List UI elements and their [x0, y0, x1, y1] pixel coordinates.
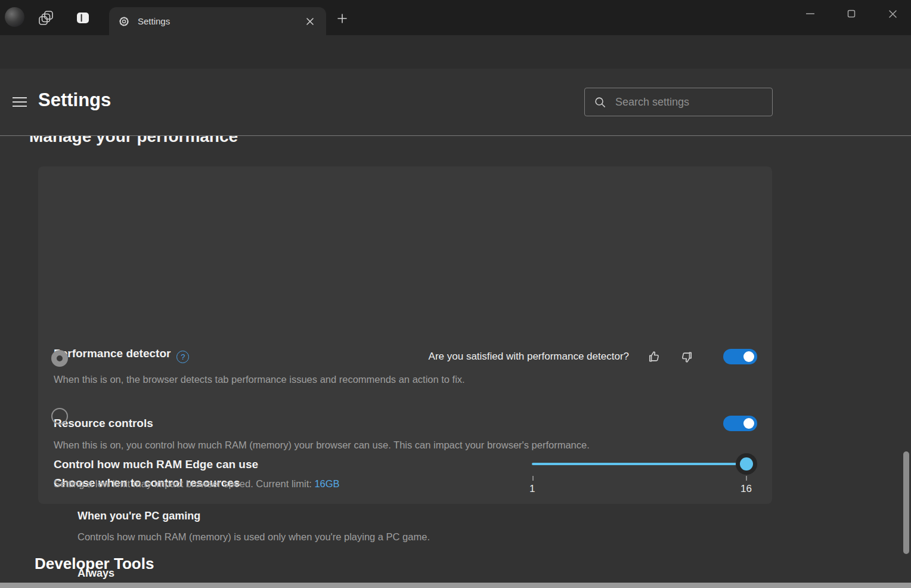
maximize-button[interactable]: [838, 4, 864, 24]
developer-tools-title: Developer Tools: [35, 555, 154, 573]
tab-actions-button[interactable]: [73, 8, 93, 27]
minimize-icon: [806, 10, 814, 18]
window-close-button[interactable]: [879, 4, 906, 24]
menu-button[interactable]: [9, 93, 30, 111]
close-icon: [888, 10, 897, 18]
slider-max-label: 16: [740, 483, 752, 495]
plus-icon: [337, 13, 348, 24]
performance-settings-card: Performance detector? Are you satisfied …: [38, 166, 772, 504]
ram-limit-description: Setting a low limit may impact browser s…: [54, 478, 340, 490]
feedback-row: Are you satisfied with performance detec…: [429, 347, 757, 366]
split-window-icon: [75, 10, 91, 26]
workspaces-icon: [38, 10, 54, 26]
thumbs-up-icon: [647, 349, 662, 364]
ram-slider[interactable]: 1 16: [527, 457, 761, 499]
slider-track[interactable]: [532, 463, 756, 465]
slider-tick-max: [746, 476, 747, 481]
ram-limit-title: Control how much RAM Edge can use: [54, 458, 258, 471]
ram-limit-description-text: Setting a low limit may impact browser s…: [54, 478, 314, 489]
performance-detector-title: Performance detector?: [54, 347, 189, 363]
feedback-question: Are you satisfied with performance detec…: [429, 351, 629, 363]
help-icon[interactable]: ?: [176, 351, 189, 363]
performance-detector-description: When this is on, the browser detects tab…: [54, 374, 465, 385]
radio-pc-gaming-label[interactable]: When you're PC gaming: [78, 510, 200, 522]
maximize-icon: [847, 10, 856, 18]
close-icon: [306, 17, 314, 26]
profile-avatar[interactable]: [5, 7, 24, 27]
slider-min-label: 1: [529, 483, 535, 495]
settings-gear-icon: [117, 15, 131, 28]
browser-window: Settings: [0, 0, 911, 588]
new-tab-button[interactable]: [333, 10, 352, 27]
thumbs-up-button[interactable]: [644, 347, 664, 366]
tab-title: Settings: [138, 16, 302, 26]
tab-settings[interactable]: Settings: [109, 7, 326, 35]
navigation-toolbar: Edge edge://settings>: [0, 35, 911, 69]
vertical-scrollbar-thumb[interactable]: [903, 451, 909, 554]
workspaces-button[interactable]: [36, 8, 56, 27]
thumbs-down-button[interactable]: [677, 347, 696, 366]
slider-tick-min: [532, 476, 534, 481]
resource-controls-description: When this is on, you control how much RA…: [54, 440, 590, 451]
performance-detector-label: Performance detector: [54, 347, 171, 360]
radio-always[interactable]: [51, 408, 68, 425]
performance-detector-toggle[interactable]: [723, 349, 757, 364]
tab-close-button[interactable]: [302, 14, 318, 29]
resource-controls-toggle[interactable]: [723, 416, 757, 431]
slider-thumb[interactable]: [740, 457, 753, 471]
thumbs-down-icon: [679, 349, 694, 364]
search-input[interactable]: [615, 96, 764, 109]
minimize-button[interactable]: [797, 4, 823, 24]
current-limit-link[interactable]: 16GB: [314, 478, 339, 489]
horizontal-scrollbar[interactable]: [0, 583, 911, 588]
page-title: Settings: [38, 89, 111, 111]
search-settings-box[interactable]: [584, 88, 773, 116]
settings-header: [0, 69, 911, 136]
radio-pc-gaming-description: Controls how much RAM (memory) is used o…: [78, 531, 430, 543]
toggle-knob: [743, 418, 754, 429]
radio-pc-gaming[interactable]: [51, 350, 68, 367]
toggle-knob: [743, 351, 754, 362]
resource-controls-title: Resource controls: [54, 417, 153, 430]
title-bar: Settings: [0, 0, 911, 35]
search-icon: [593, 95, 607, 109]
